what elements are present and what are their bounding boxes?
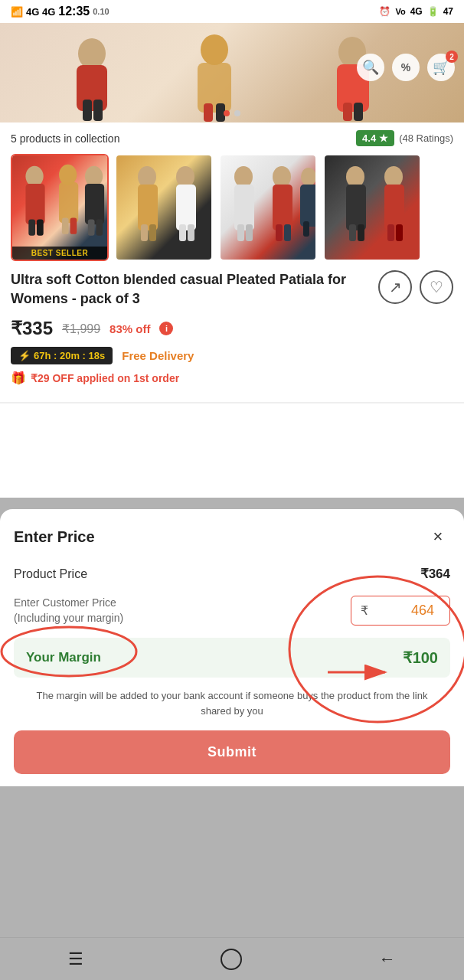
collection-text: 5 products in collection: [11, 132, 119, 145]
rating-value: 4.4: [362, 132, 376, 144]
status-right: ⏰ Vo 4G 🔋 47: [379, 6, 453, 17]
svg-rect-22: [88, 219, 95, 235]
svg-rect-14: [28, 219, 35, 235]
customer-price-input[interactable]: [373, 603, 434, 619]
customer-price-row: Enter Customer Price (Including your mar…: [14, 596, 450, 626]
alarm-icon: ⏰: [379, 6, 390, 17]
customer-price-label: Enter Customer Price (Including your mar…: [14, 596, 123, 626]
header-icons: 🔍 % 🛒 2: [357, 54, 455, 81]
close-button[interactable]: ×: [426, 524, 450, 549]
svg-point-36: [273, 166, 291, 188]
wishlist-button[interactable]: ♡: [420, 270, 453, 304]
svg-rect-10: [343, 103, 352, 121]
svg-rect-6: [204, 103, 213, 122]
svg-point-4: [201, 34, 228, 65]
carousel-container: 🔍 % 🛒 2: [0, 23, 464, 122]
submit-button[interactable]: Submit: [14, 730, 450, 774]
price-row: ₹335 ₹1,999 83% off i: [11, 318, 453, 339]
thumbnail-4[interactable]: [323, 154, 421, 261]
svg-rect-35: [246, 224, 253, 241]
close-icon: ×: [433, 527, 443, 547]
modal-title: Enter Price: [14, 528, 95, 546]
svg-rect-27: [149, 224, 156, 241]
discount-text: 83% off: [109, 322, 150, 335]
enter-price-modal: Enter Price × Product Price ₹364 Enter C…: [0, 509, 464, 786]
thumbnail-3[interactable]: [219, 154, 317, 261]
svg-rect-46: [358, 224, 364, 241]
svg-rect-17: [59, 182, 78, 223]
action-icons: ↗ ♡: [378, 270, 453, 304]
share-button[interactable]: ↗: [378, 270, 412, 304]
svg-rect-30: [179, 224, 186, 241]
svg-rect-48: [384, 185, 404, 230]
svg-rect-26: [141, 224, 148, 241]
svg-rect-33: [234, 185, 254, 230]
search-icon: 🔍: [362, 59, 379, 76]
svg-point-32: [234, 166, 253, 188]
product-title-row: Ultra soft Cotton blended casual Pleated…: [11, 270, 453, 309]
svg-rect-50: [396, 224, 403, 241]
product-price-label: Product Price: [14, 567, 87, 581]
svg-rect-2: [83, 100, 92, 121]
cart-icon: 🛒: [433, 59, 449, 76]
current-price: ₹335: [11, 318, 53, 339]
section-divider: [0, 402, 464, 403]
svg-point-28: [176, 166, 194, 188]
svg-rect-21: [85, 184, 104, 224]
svg-rect-37: [273, 185, 292, 230]
info-symbol: i: [165, 324, 168, 333]
signal-text: 4G 4G: [26, 6, 55, 18]
svg-rect-19: [70, 218, 77, 234]
heart-icon: ♡: [430, 278, 443, 296]
collection-row: 5 products in collection 4.4 ★ (48 Ratin…: [11, 130, 453, 146]
cart-button[interactable]: 🛒 2: [427, 54, 455, 81]
margin-value: ₹100: [403, 648, 438, 667]
rupee-symbol: ₹: [361, 603, 368, 618]
info-icon[interactable]: i: [159, 322, 173, 335]
margin-section: Your Margin ₹100: [14, 638, 450, 678]
offer-icon-small: 🎁: [11, 371, 26, 385]
svg-point-20: [85, 166, 103, 187]
star-icon: ★: [379, 132, 388, 144]
svg-point-40: [301, 168, 316, 186]
offer-button[interactable]: %: [392, 54, 420, 81]
price-input-wrapper: ₹: [351, 596, 450, 626]
rating-badge: 4.4 ★: [356, 130, 394, 146]
svg-rect-18: [62, 218, 69, 234]
carousel-dots: [224, 110, 240, 116]
svg-rect-34: [237, 224, 244, 241]
margin-label: Your Margin: [26, 650, 101, 665]
flash-icon: ⚡: [18, 350, 31, 361]
svg-rect-42: [303, 221, 309, 237]
svg-rect-29: [176, 185, 196, 230]
status-left: 📶 4G 4G 12:35 0.10: [11, 5, 109, 18]
flash-timer: ⚡ 67h : 20m : 18s: [11, 347, 113, 364]
thumbnail-1[interactable]: BEST SELLER: [11, 154, 109, 261]
svg-point-0: [78, 38, 106, 69]
best-seller-badge: BEST SELLER: [12, 247, 107, 260]
svg-rect-49: [387, 224, 394, 241]
svg-rect-41: [300, 185, 317, 227]
dot-1[interactable]: [224, 110, 230, 116]
offer-text: ₹29 OFF applied on 1st order: [31, 372, 179, 384]
share-icon: ↗: [389, 278, 402, 296]
svg-point-47: [384, 166, 403, 188]
thumbnail-row: BEST SELLER: [11, 154, 453, 261]
svg-rect-15: [37, 219, 44, 235]
product-section: 5 products in collection 4.4 ★ (48 Ratin…: [0, 122, 464, 397]
svg-rect-11: [354, 103, 363, 121]
search-button[interactable]: 🔍: [357, 54, 384, 81]
battery-icon: 🔋: [427, 6, 439, 17]
offer-icon: %: [401, 61, 410, 74]
svg-rect-38: [276, 224, 283, 241]
free-delivery-text: Free Delivery: [122, 349, 194, 362]
time-display: 12:35: [58, 5, 90, 18]
thumbnail-2[interactable]: [115, 154, 213, 261]
dot-2[interactable]: [234, 110, 240, 116]
cart-badge: 2: [446, 51, 458, 63]
svg-rect-45: [349, 224, 356, 241]
svg-rect-39: [284, 224, 291, 241]
svg-rect-31: [188, 224, 194, 241]
signal-icon: 📶: [11, 6, 23, 18]
timer-text: 67h : 20m : 18s: [34, 350, 105, 361]
